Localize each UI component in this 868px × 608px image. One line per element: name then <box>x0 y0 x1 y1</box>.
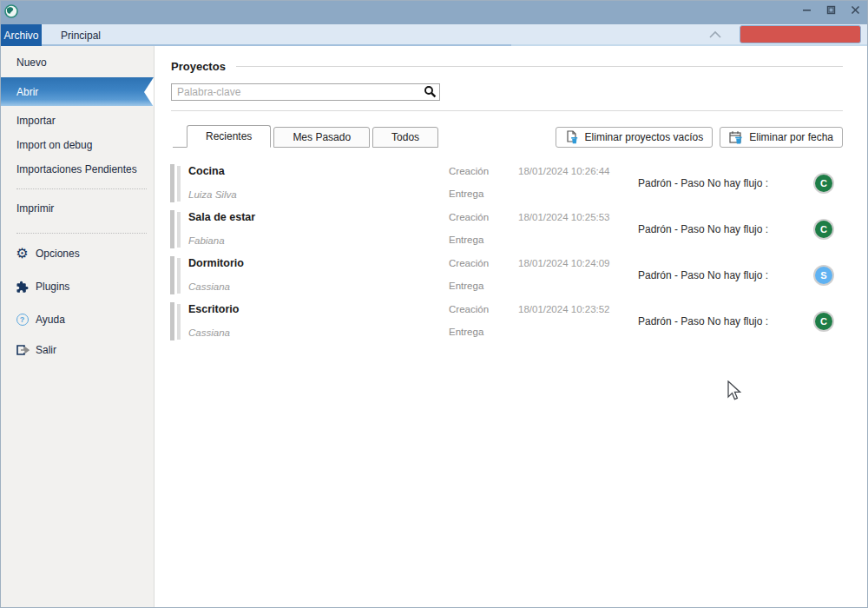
sidebar-item-import-on-debug[interactable]: Import on debug <box>1 133 154 157</box>
sidebar-item-opciones[interactable]: ⚙ Opciones <box>1 241 154 267</box>
ribbon-tabstrip: Archivo Principal <box>1 24 867 46</box>
sidebar-item-label: Salir <box>36 344 56 356</box>
app-window: Archivo Principal Nuevo Abrir Importar I… <box>0 0 868 608</box>
tab-recientes[interactable]: Recientes <box>187 125 271 148</box>
creation-label: Creación <box>449 166 518 176</box>
project-row[interactable]: Cocina Luiza Silva Creación Entrega 18/0… <box>171 163 843 203</box>
project-name: Escritorio <box>188 303 449 315</box>
help-icon: ? <box>14 314 30 326</box>
tab-todos[interactable]: Todos <box>372 127 438 148</box>
project-status: Padrón - Paso No hay flujo : <box>638 301 794 341</box>
row-indicator-bars <box>171 301 188 341</box>
page-title: Proyectos <box>171 60 226 73</box>
creation-date: 18/01/2024 10:24:09 <box>518 255 638 295</box>
delivery-label: Entrega <box>449 235 518 245</box>
sidebar-divider <box>16 188 147 189</box>
maximize-icon <box>826 5 836 15</box>
creation-date: 18/01/2024 10:23:52 <box>518 301 638 341</box>
delivery-label: Entrega <box>449 327 518 337</box>
mouse-cursor <box>727 380 742 401</box>
creation-date: 18/01/2024 10:26:44 <box>518 163 638 203</box>
avatar[interactable]: C <box>815 313 832 330</box>
search-input[interactable] <box>171 83 440 101</box>
sidebar-item-abrir[interactable]: Abrir <box>1 77 154 106</box>
row-indicator-bars <box>171 209 188 249</box>
collapse-ribbon-icon[interactable] <box>707 28 723 42</box>
sidebar-item-label: Plugins <box>36 281 69 293</box>
project-status: Padrón - Paso No hay flujo : <box>638 255 794 295</box>
sidebar-item-label: Ayuda <box>36 314 65 326</box>
sidebar-item-plugins[interactable]: Plugins <box>1 274 154 300</box>
project-designer: Cassiana <box>188 281 449 292</box>
app-logo-icon <box>4 4 18 18</box>
avatar[interactable]: C <box>815 175 832 192</box>
main-content: Proyectos Recientes Mes Pasado Todos <box>155 46 867 607</box>
delete-by-date-button[interactable]: Eliminar por fecha <box>720 127 843 148</box>
delete-empty-projects-button[interactable]: Eliminar proyectos vacíos <box>556 127 713 148</box>
project-name: Sala de estar <box>188 211 449 223</box>
project-row[interactable]: Sala de estar Fabiana Creación Entrega 1… <box>171 209 843 249</box>
close-icon <box>851 5 860 15</box>
project-name: Dormitorio <box>188 257 449 269</box>
project-designer: Luiza Silva <box>188 189 449 200</box>
sidebar-item-salir[interactable]: Salir <box>1 337 154 363</box>
tab-principal[interactable]: Principal <box>54 24 108 46</box>
gear-icon: ⚙ <box>14 247 30 261</box>
project-status: Padrón - Paso No hay flujo : <box>638 209 794 249</box>
delivery-label: Entrega <box>449 188 518 199</box>
project-status: Padrón - Paso No hay flujo : <box>638 163 794 203</box>
sidebar-item-label: Opciones <box>36 248 80 260</box>
project-designer: Fabiana <box>188 235 449 246</box>
delivery-label: Entrega <box>449 281 518 291</box>
sidebar-item-nuevo[interactable]: Nuevo <box>1 50 154 75</box>
sidebar-divider <box>16 233 147 234</box>
project-designer: Cassiana <box>188 327 449 338</box>
creation-label: Creación <box>449 304 518 314</box>
minimize-button[interactable] <box>801 5 812 16</box>
alert-button[interactable] <box>740 25 861 43</box>
sidebar-item-importaciones-pendientes[interactable]: Importaciones Pendientes <box>1 157 154 182</box>
title-bar <box>1 1 867 24</box>
close-button[interactable] <box>850 5 860 16</box>
delete-document-icon <box>565 130 579 144</box>
tab-archivo[interactable]: Archivo <box>1 24 42 46</box>
button-label: Eliminar proyectos vacíos <box>585 131 704 143</box>
exit-icon <box>14 344 30 356</box>
avatar[interactable]: S <box>815 267 832 284</box>
creation-date: 18/01/2024 10:25:53 <box>518 209 638 249</box>
creation-label: Creación <box>449 258 518 268</box>
sidebar-item-ayuda[interactable]: ? Ayuda <box>1 307 154 333</box>
sidebar-item-imprimir[interactable]: Imprimir <box>1 196 154 221</box>
maximize-button[interactable] <box>825 5 836 16</box>
project-list: Cocina Luiza Silva Creación Entrega 18/0… <box>171 163 843 341</box>
row-indicator-bars <box>171 255 188 295</box>
puzzle-icon <box>14 281 30 294</box>
row-indicator-bars <box>171 163 188 203</box>
tab-baseline <box>173 147 187 148</box>
search-icon[interactable] <box>424 85 437 98</box>
heading-rule <box>236 66 843 67</box>
project-row[interactable]: Escritorio Cassiana Creación Entrega 18/… <box>171 301 843 341</box>
delete-calendar-icon <box>729 130 743 144</box>
button-label: Eliminar por fecha <box>749 131 833 143</box>
sidebar-item-importar[interactable]: Importar <box>1 109 154 133</box>
avatar[interactable]: C <box>815 221 832 238</box>
section-divider <box>171 110 843 111</box>
file-menu-sidebar: Nuevo Abrir Importar Import on debug Imp… <box>1 46 155 607</box>
project-row[interactable]: Dormitorio Cassiana Creación Entrega 18/… <box>171 255 843 295</box>
project-name: Cocina <box>188 165 449 177</box>
minimize-icon <box>802 5 812 15</box>
creation-label: Creación <box>449 212 518 222</box>
tab-mes-pasado[interactable]: Mes Pasado <box>273 127 370 148</box>
